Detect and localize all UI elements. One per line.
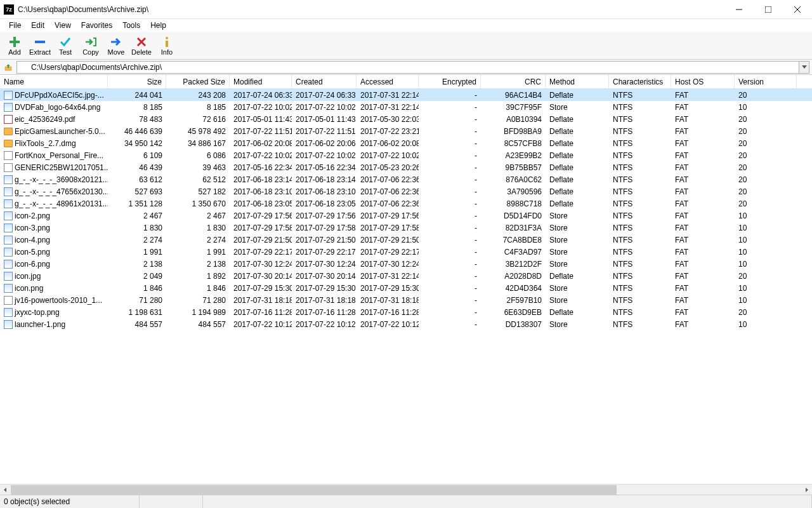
menu-file[interactable]: File: [4, 20, 26, 31]
table-row[interactable]: jxyxc-top.png1 198 6311 194 9892017-07-1…: [0, 306, 812, 318]
column-header-crc[interactable]: CRC: [481, 75, 546, 88]
table-row[interactable]: DVDFab_logo-64x64.png8 1858 1852017-07-2…: [0, 101, 812, 113]
table-row[interactable]: icon-4.png2 2742 2742017-07-29 21:502017…: [0, 234, 812, 246]
menu-view[interactable]: View: [49, 20, 76, 31]
image-icon: [4, 224, 13, 232]
table-row[interactable]: DFcUPpdXoAECI5c.jpg-...244 041243 208201…: [0, 89, 812, 101]
add-button[interactable]: Add: [3, 33, 27, 58]
table-row[interactable]: FlixTools_2.7.dmg34 950 14234 886 167201…: [0, 137, 812, 149]
column-header-version[interactable]: Version: [735, 75, 797, 88]
copy-icon: [84, 36, 97, 48]
close-button[interactable]: [783, 0, 812, 19]
folder-icon: [4, 140, 13, 147]
image-icon: [4, 284, 13, 293]
delete-button[interactable]: Delete: [129, 33, 154, 58]
info-button[interactable]: Info: [155, 33, 179, 58]
column-header-host-os[interactable]: Host OS: [671, 75, 735, 88]
extract-button[interactable]: Extract: [28, 33, 52, 58]
scroll-left-arrow[interactable]: [0, 485, 11, 495]
column-header-created[interactable]: Created: [292, 75, 357, 88]
image-icon: [4, 175, 13, 184]
test-icon: [59, 36, 72, 48]
image-icon: [4, 272, 13, 281]
menu-favorites[interactable]: Favorites: [76, 20, 117, 31]
table-row[interactable]: eic_42536249.pdf78 48372 6162017-05-01 1…: [0, 113, 812, 125]
table-row[interactable]: icon-5.png1 9911 9912017-07-29 22:172017…: [0, 246, 812, 258]
image-icon: [4, 248, 13, 257]
table-row[interactable]: icon.jpg2 0491 8922017-07-30 20:142017-0…: [0, 270, 812, 282]
up-button[interactable]: [3, 62, 14, 73]
svg-point-9: [166, 37, 168, 39]
move-icon: [110, 36, 122, 48]
svg-rect-5: [10, 41, 20, 43]
window-title: C:\Users\qbap\Documents\Archive.zip\: [18, 5, 724, 14]
titlebar: 7z C:\Users\qbap\Documents\Archive.zip\: [0, 0, 812, 19]
scroll-right-arrow[interactable]: [801, 485, 812, 495]
move-button[interactable]: Move: [104, 33, 128, 58]
table-row[interactable]: FortKnox_Personal_Fire...6 1096 0862017-…: [0, 149, 812, 161]
folder-icon: [4, 128, 13, 135]
menu-edit[interactable]: Edit: [26, 20, 49, 31]
menu-help[interactable]: Help: [145, 20, 171, 31]
table-row[interactable]: jv16-powertools-2010_1...71 28071 280201…: [0, 294, 812, 306]
column-header-modified[interactable]: Modified: [230, 75, 292, 88]
info-icon: [160, 36, 173, 48]
table-row[interactable]: GENERIC25BW12017051...46 43939 4632017-0…: [0, 161, 812, 173]
image-icon: [4, 308, 13, 317]
add-icon: [8, 36, 21, 48]
column-headers: NameSizePacked SizeModifiedCreatedAccess…: [0, 75, 812, 89]
column-header-name[interactable]: Name: [0, 75, 108, 88]
status-pane-2: [140, 495, 203, 508]
path-input[interactable]: [16, 61, 799, 74]
image-icon: [4, 91, 13, 100]
file-list[interactable]: DFcUPpdXoAECI5c.jpg-...244 041243 208201…: [0, 89, 812, 330]
status-selection: 0 object(s) selected: [0, 495, 140, 508]
table-row[interactable]: g_-_-x-_-_-_47656x20130...527 693527 182…: [0, 185, 812, 197]
table-row[interactable]: launcher-1.png484 557484 5572017-07-22 1…: [0, 318, 812, 330]
table-row[interactable]: icon.png1 8461 8462017-07-29 15:302017-0…: [0, 282, 812, 294]
path-dropdown[interactable]: [799, 61, 809, 74]
minimize-button[interactable]: [724, 0, 754, 19]
svg-rect-10: [166, 41, 168, 47]
delete-icon: [135, 36, 148, 48]
extract-icon: [34, 36, 46, 48]
svg-rect-6: [35, 41, 45, 43]
menubar: FileEditViewFavoritesToolsHelp: [0, 19, 812, 32]
pathbar: [0, 60, 812, 75]
copy-button[interactable]: Copy: [79, 33, 103, 58]
app-icon: 7z: [4, 4, 14, 15]
image-icon: [4, 199, 13, 208]
table-row[interactable]: g_-_-x-_-_-_36908x20121...63 61262 51220…: [0, 173, 812, 185]
svg-rect-1: [765, 6, 771, 13]
maximize-button[interactable]: [754, 0, 783, 19]
image-icon: [4, 187, 13, 196]
table-row[interactable]: g_-_-x-_-_-_48961x20131...1 351 1281 350…: [0, 197, 812, 210]
horizontal-scrollbar[interactable]: [0, 484, 812, 495]
table-row[interactable]: icon-3.png1 8301 8302017-07-29 17:582017…: [0, 222, 812, 234]
column-header-size[interactable]: Size: [108, 75, 166, 88]
column-header-accessed[interactable]: Accessed: [357, 75, 419, 88]
column-header-packed-size[interactable]: Packed Size: [166, 75, 230, 88]
statusbar: 0 object(s) selected: [0, 495, 812, 508]
column-header-characteristics[interactable]: Characteristics: [609, 75, 671, 88]
table-row[interactable]: icon-2.png2 4672 4672017-07-29 17:562017…: [0, 210, 812, 222]
file-icon: [4, 151, 13, 160]
column-header-method[interactable]: Method: [546, 75, 609, 88]
table-row[interactable]: EpicGamesLauncher-5.0...46 446 63945 978…: [0, 125, 812, 137]
image-icon: [4, 260, 13, 269]
toolbar: AddExtractTestCopyMoveDeleteInfo: [0, 32, 812, 60]
image-icon: [4, 320, 13, 329]
image-icon: [4, 211, 13, 220]
column-header-encrypted[interactable]: Encrypted: [419, 75, 481, 88]
pdf-icon: [4, 115, 13, 124]
image-icon: [4, 103, 13, 112]
menu-tools[interactable]: Tools: [117, 20, 145, 31]
file-icon: [4, 163, 13, 172]
file-icon: [4, 296, 13, 305]
test-button[interactable]: Test: [53, 33, 77, 58]
image-icon: [4, 236, 13, 244]
file-list-area: NameSizePacked SizeModifiedCreatedAccess…: [0, 75, 812, 484]
status-pane-3: [203, 495, 812, 508]
table-row[interactable]: icon-6.png2 1382 1382017-07-30 12:242017…: [0, 258, 812, 270]
scroll-thumb[interactable]: [11, 485, 617, 495]
